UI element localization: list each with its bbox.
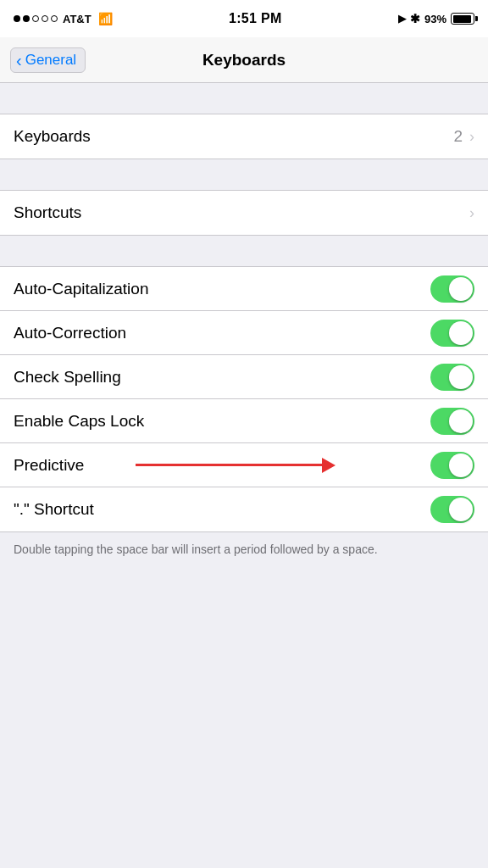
enable-caps-lock-label: Enable Caps Lock bbox=[14, 412, 144, 431]
predictive-row: Predictive bbox=[0, 443, 488, 487]
spacer-top-1 bbox=[0, 83, 488, 114]
battery-fill bbox=[453, 15, 471, 23]
predictive-label: Predictive bbox=[14, 456, 84, 475]
dot-shortcut-row: "." Shortcut bbox=[0, 487, 488, 531]
dot-shortcut-label: "." Shortcut bbox=[14, 500, 94, 519]
nav-bar: ‹ General Keyboards bbox=[0, 37, 488, 83]
auto-correction-toggle[interactable] bbox=[430, 320, 474, 347]
status-time: 1:51 PM bbox=[229, 11, 282, 26]
check-spelling-toggle[interactable] bbox=[430, 364, 474, 391]
back-chevron-icon: ‹ bbox=[16, 52, 22, 69]
location-icon: ▶ bbox=[398, 13, 406, 25]
toggle-knob bbox=[449, 409, 473, 433]
shortcuts-label: Shortcuts bbox=[14, 203, 81, 222]
carrier-label: AT&T bbox=[63, 13, 92, 25]
nav-title: Keyboards bbox=[202, 51, 286, 70]
predictive-arrow-annotation bbox=[136, 458, 336, 473]
battery-percent: 93% bbox=[424, 13, 446, 25]
auto-capitalization-row: Auto-Capitalization bbox=[0, 267, 488, 311]
back-label: General bbox=[25, 52, 76, 69]
shortcuts-row[interactable]: Shortcuts › bbox=[0, 191, 488, 235]
signal-dot-2 bbox=[23, 15, 30, 22]
auto-capitalization-toggle[interactable] bbox=[430, 275, 474, 303]
check-spelling-row: Check Spelling bbox=[0, 355, 488, 399]
status-right: ▶ ✱ 93% bbox=[398, 12, 474, 25]
footer-note: Double tapping the space bar will insert… bbox=[0, 532, 488, 572]
toggle-knob bbox=[449, 498, 473, 521]
back-button[interactable]: ‹ General bbox=[10, 47, 86, 73]
auto-correction-row: Auto-Correction bbox=[0, 311, 488, 355]
signal-dots bbox=[14, 15, 58, 22]
check-spelling-label: Check Spelling bbox=[14, 368, 121, 387]
auto-capitalization-label: Auto-Capitalization bbox=[14, 280, 148, 298]
keyboards-right: 2 › bbox=[453, 127, 474, 146]
dot-shortcut-toggle[interactable] bbox=[430, 496, 474, 523]
keyboards-chevron-icon: › bbox=[469, 128, 474, 146]
signal-dot-4 bbox=[42, 15, 48, 22]
toggles-section: Auto-Capitalization Auto-Correction Chec… bbox=[0, 266, 488, 532]
status-left: AT&T 📶 bbox=[14, 12, 113, 25]
predictive-toggle[interactable] bbox=[430, 452, 474, 479]
wifi-icon: 📶 bbox=[98, 12, 113, 25]
toggle-knob bbox=[449, 321, 473, 345]
keyboards-count: 2 bbox=[453, 127, 463, 146]
spacer-3 bbox=[0, 236, 488, 266]
keyboards-row[interactable]: Keyboards 2 › bbox=[0, 114, 488, 159]
bluetooth-icon: ✱ bbox=[410, 12, 420, 25]
content: Keyboards 2 › Shortcuts › Auto-Capitaliz… bbox=[0, 83, 488, 572]
shortcuts-right: › bbox=[469, 204, 474, 222]
keyboards-label: Keyboards bbox=[14, 127, 91, 146]
battery-container bbox=[451, 13, 474, 25]
shortcuts-chevron-icon: › bbox=[469, 204, 474, 222]
arrow-line bbox=[136, 464, 322, 466]
signal-dot-3 bbox=[32, 15, 39, 22]
keyboards-section: Keyboards 2 › bbox=[0, 114, 488, 159]
spacer-2 bbox=[0, 159, 488, 190]
enable-caps-lock-toggle[interactable] bbox=[430, 408, 474, 435]
arrow-head-icon bbox=[322, 458, 336, 473]
signal-dot-1 bbox=[14, 15, 20, 22]
status-bar: AT&T 📶 1:51 PM ▶ ✱ 93% bbox=[0, 0, 488, 37]
shortcuts-section: Shortcuts › bbox=[0, 190, 488, 236]
toggle-knob bbox=[449, 277, 473, 301]
auto-correction-label: Auto-Correction bbox=[14, 324, 126, 342]
battery-icon bbox=[451, 13, 474, 25]
enable-caps-lock-row: Enable Caps Lock bbox=[0, 399, 488, 443]
toggle-knob bbox=[449, 453, 473, 477]
signal-dot-5 bbox=[51, 15, 58, 22]
toggle-knob bbox=[449, 365, 473, 389]
